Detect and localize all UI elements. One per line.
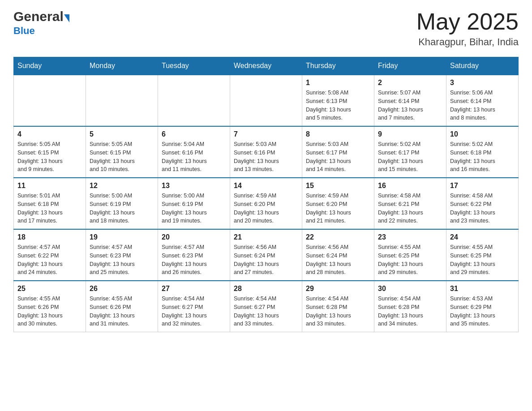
calendar-cell-w2-d6: 9Sunrise: 5:02 AM Sunset: 6:17 PM Daylig… [374,126,446,178]
calendar-cell-w3-d4: 14Sunrise: 4:59 AM Sunset: 6:20 PM Dayli… [230,178,302,229]
title-block: May 2025 Kharagpur, Bihar, India [416,9,519,48]
day-number: 9 [378,130,442,138]
calendar-cell-w4-d3: 20Sunrise: 4:57 AM Sunset: 6:23 PM Dayli… [158,229,230,281]
calendar-header-row: SundayMondayTuesdayWednesdayThursdayFrid… [14,57,519,75]
week-row-1: 1Sunrise: 5:08 AM Sunset: 6:13 PM Daylig… [14,75,519,126]
day-info: Sunrise: 4:59 AM Sunset: 6:20 PM Dayligh… [234,192,298,225]
day-info: Sunrise: 5:00 AM Sunset: 6:19 PM Dayligh… [90,192,154,225]
calendar-cell-w3-d3: 13Sunrise: 5:00 AM Sunset: 6:19 PM Dayli… [158,178,230,229]
calendar-cell-w1-d4 [230,75,302,126]
header-tuesday: Tuesday [158,57,230,75]
calendar-cell-w3-d1: 11Sunrise: 5:01 AM Sunset: 6:18 PM Dayli… [14,178,86,229]
calendar-cell-w5-d7: 31Sunrise: 4:53 AM Sunset: 6:29 PM Dayli… [446,281,519,332]
header-monday: Monday [86,57,158,75]
day-number: 22 [306,233,370,241]
day-info: Sunrise: 5:03 AM Sunset: 6:17 PM Dayligh… [306,140,370,174]
day-info: Sunrise: 4:53 AM Sunset: 6:29 PM Dayligh… [450,295,515,328]
day-info: Sunrise: 4:57 AM Sunset: 6:23 PM Dayligh… [162,243,226,277]
calendar-cell-w5-d5: 29Sunrise: 4:54 AM Sunset: 6:28 PM Dayli… [302,281,374,332]
calendar-cell-w2-d3: 6Sunrise: 5:04 AM Sunset: 6:16 PM Daylig… [158,126,230,178]
calendar-cell-w2-d1: 4Sunrise: 5:05 AM Sunset: 6:15 PM Daylig… [14,126,86,178]
day-number: 28 [234,285,298,293]
calendar-cell-w4-d5: 22Sunrise: 4:56 AM Sunset: 6:24 PM Dayli… [302,229,374,281]
day-info: Sunrise: 4:54 AM Sunset: 6:28 PM Dayligh… [306,295,370,328]
day-number: 4 [17,130,82,138]
day-number: 30 [378,285,442,293]
header-friday: Friday [374,57,446,75]
calendar-cell-w3-d2: 12Sunrise: 5:00 AM Sunset: 6:19 PM Dayli… [86,178,158,229]
day-info: Sunrise: 5:08 AM Sunset: 6:13 PM Dayligh… [306,89,370,122]
location-subtitle: Kharagpur, Bihar, India [416,36,519,48]
calendar-cell-w5-d4: 28Sunrise: 4:54 AM Sunset: 6:27 PM Dayli… [230,281,302,332]
header-wednesday: Wednesday [230,57,302,75]
day-info: Sunrise: 5:04 AM Sunset: 6:16 PM Dayligh… [162,140,226,174]
day-info: Sunrise: 4:57 AM Sunset: 6:23 PM Dayligh… [90,243,154,277]
day-number: 27 [162,285,226,293]
day-number: 12 [90,182,154,190]
day-number: 7 [234,130,298,138]
calendar-cell-w4-d4: 21Sunrise: 4:56 AM Sunset: 6:24 PM Dayli… [230,229,302,281]
calendar-cell-w2-d5: 8Sunrise: 5:03 AM Sunset: 6:17 PM Daylig… [302,126,374,178]
day-number: 17 [450,182,515,190]
calendar-cell-w1-d3 [158,75,230,126]
day-number: 16 [378,182,442,190]
day-info: Sunrise: 5:03 AM Sunset: 6:16 PM Dayligh… [234,140,298,174]
day-info: Sunrise: 4:55 AM Sunset: 6:25 PM Dayligh… [378,243,442,277]
calendar-table: SundayMondayTuesdayWednesdayThursdayFrid… [13,57,519,332]
day-info: Sunrise: 4:55 AM Sunset: 6:26 PM Dayligh… [90,295,154,328]
calendar-cell-w2-d7: 10Sunrise: 5:02 AM Sunset: 6:18 PM Dayli… [446,126,519,178]
calendar-cell-w4-d2: 19Sunrise: 4:57 AM Sunset: 6:23 PM Dayli… [86,229,158,281]
day-number: 19 [90,233,154,241]
month-year-title: May 2025 [416,9,519,34]
day-info: Sunrise: 4:58 AM Sunset: 6:22 PM Dayligh… [450,192,515,225]
day-number: 21 [234,233,298,241]
day-info: Sunrise: 5:05 AM Sunset: 6:15 PM Dayligh… [17,140,82,174]
day-info: Sunrise: 4:56 AM Sunset: 6:24 PM Dayligh… [306,243,370,277]
day-info: Sunrise: 4:54 AM Sunset: 6:28 PM Dayligh… [378,295,442,328]
calendar-cell-w3-d5: 15Sunrise: 4:59 AM Sunset: 6:20 PM Dayli… [302,178,374,229]
day-number: 24 [450,233,515,241]
logo-general-text: General [13,9,64,24]
day-number: 13 [162,182,226,190]
calendar-cell-w2-d4: 7Sunrise: 5:03 AM Sunset: 6:16 PM Daylig… [230,126,302,178]
week-row-5: 25Sunrise: 4:55 AM Sunset: 6:26 PM Dayli… [14,281,519,332]
week-row-2: 4Sunrise: 5:05 AM Sunset: 6:15 PM Daylig… [14,126,519,178]
header-thursday: Thursday [302,57,374,75]
day-number: 20 [162,233,226,241]
calendar-cell-w1-d2 [86,75,158,126]
calendar-cell-w1-d1 [14,75,86,126]
calendar-cell-w3-d7: 17Sunrise: 4:58 AM Sunset: 6:22 PM Dayli… [446,178,519,229]
logo-blue-text: Blue [13,25,35,37]
logo-arrow-icon [64,14,69,22]
day-number: 29 [306,285,370,293]
day-info: Sunrise: 5:07 AM Sunset: 6:14 PM Dayligh… [378,89,442,122]
day-info: Sunrise: 5:02 AM Sunset: 6:18 PM Dayligh… [450,140,515,174]
week-row-4: 18Sunrise: 4:57 AM Sunset: 6:22 PM Dayli… [14,229,519,281]
day-info: Sunrise: 4:55 AM Sunset: 6:26 PM Dayligh… [17,295,82,328]
day-number: 8 [306,130,370,138]
calendar-cell-w1-d5: 1Sunrise: 5:08 AM Sunset: 6:13 PM Daylig… [302,75,374,126]
calendar-cell-w5-d6: 30Sunrise: 4:54 AM Sunset: 6:28 PM Dayli… [374,281,446,332]
calendar-cell-w5-d3: 27Sunrise: 4:54 AM Sunset: 6:27 PM Dayli… [158,281,230,332]
day-number: 23 [378,233,442,241]
day-number: 14 [234,182,298,190]
day-number: 11 [17,182,82,190]
day-info: Sunrise: 5:02 AM Sunset: 6:17 PM Dayligh… [378,140,442,174]
day-number: 18 [17,233,82,241]
calendar-cell-w4-d7: 24Sunrise: 4:55 AM Sunset: 6:25 PM Dayli… [446,229,519,281]
day-info: Sunrise: 4:57 AM Sunset: 6:22 PM Dayligh… [17,243,82,277]
calendar-cell-w5-d2: 26Sunrise: 4:55 AM Sunset: 6:26 PM Dayli… [86,281,158,332]
day-number: 5 [90,130,154,138]
day-number: 1 [306,79,370,87]
calendar-cell-w1-d7: 3Sunrise: 5:06 AM Sunset: 6:14 PM Daylig… [446,75,519,126]
day-info: Sunrise: 4:58 AM Sunset: 6:21 PM Dayligh… [378,192,442,225]
day-number: 6 [162,130,226,138]
day-info: Sunrise: 5:06 AM Sunset: 6:14 PM Dayligh… [450,89,515,122]
header-sunday: Sunday [14,57,86,75]
day-info: Sunrise: 4:54 AM Sunset: 6:27 PM Dayligh… [234,295,298,328]
day-number: 10 [450,130,515,138]
day-info: Sunrise: 4:54 AM Sunset: 6:27 PM Dayligh… [162,295,226,328]
day-number: 3 [450,79,515,87]
day-number: 31 [450,285,515,293]
day-info: Sunrise: 5:01 AM Sunset: 6:18 PM Dayligh… [17,192,82,225]
